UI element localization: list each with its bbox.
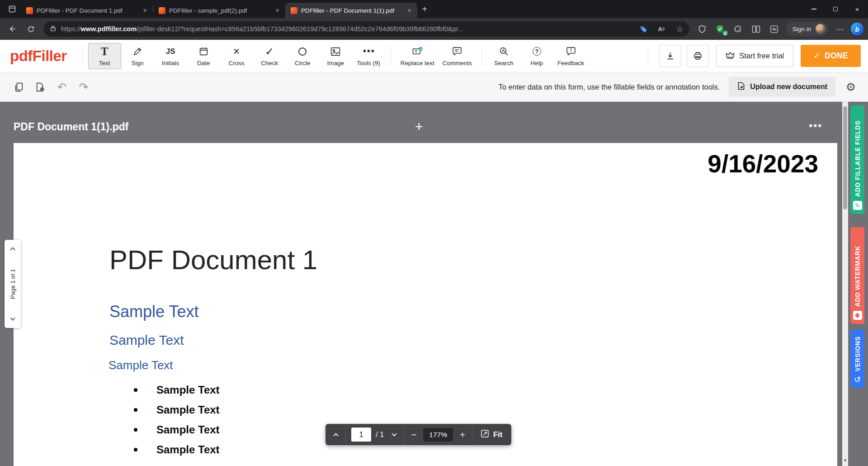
pdf-page[interactable]: 9/16/2023 PDF Document 1 Sample Text Sam… <box>14 143 837 466</box>
watermark-icon <box>853 311 862 320</box>
extensions-puzzle-icon[interactable] <box>730 21 746 37</box>
lock-icon <box>50 25 57 33</box>
avatar <box>815 24 826 34</box>
sign-in-label: Sign in <box>793 26 811 33</box>
read-aloud-icon[interactable]: A <box>655 23 669 35</box>
scrollbar-thumb[interactable] <box>843 106 847 209</box>
check-icon: ✓ <box>265 46 274 57</box>
upload-new-document-button[interactable]: Upload new document <box>729 77 835 97</box>
tool-comments[interactable]: Comments <box>439 43 476 69</box>
tool-text[interactable]: T Text <box>88 43 121 69</box>
pdffiller-favicon <box>291 7 297 14</box>
browser-essentials-icon[interactable] <box>766 21 783 37</box>
upload-label: Upload new document <box>750 83 827 91</box>
document-menu-icon[interactable]: ⋯ <box>808 119 822 133</box>
help-icon: ? <box>533 46 541 57</box>
cross-icon: × <box>233 46 240 57</box>
done-button[interactable]: ✓ DONE <box>801 45 861 67</box>
tool-feedback[interactable]: ! Feedback <box>553 43 588 69</box>
versions-tab[interactable]: VERSIONS ↺ <box>850 330 864 388</box>
shopping-tag-icon[interactable] <box>637 23 651 35</box>
browser-tab-2[interactable]: PDFfiller - sample_pdf(2).pdf × <box>153 3 285 18</box>
tool-label: Help <box>531 60 543 67</box>
page-up-icon[interactable] <box>11 245 14 252</box>
minimize-icon <box>811 9 816 10</box>
page-total: / 1 <box>376 430 384 439</box>
back-icon[interactable] <box>5 21 21 37</box>
add-page-button[interactable]: + <box>415 120 423 133</box>
minimize-button[interactable] <box>803 0 825 18</box>
replace-text-icon <box>412 46 423 57</box>
tool-search[interactable]: A Search <box>487 43 520 69</box>
scroll-down-icon[interactable]: ▾ <box>842 457 848 463</box>
more-tools-icon: ⋯ <box>363 46 375 57</box>
fit-button[interactable]: Fit <box>473 424 509 445</box>
fit-label: Fit <box>493 430 502 439</box>
download-button[interactable] <box>659 45 681 67</box>
undo-icon[interactable]: ↶ <box>52 77 71 96</box>
pager-divider <box>345 424 346 445</box>
address-bar[interactable]: https://www.pdffiller.com/jsfiller-desk1… <box>43 21 689 37</box>
document-actions-bar: ↶ ↷ To enter data on this form, use the … <box>0 72 868 102</box>
tool-label: Feedback <box>557 60 584 67</box>
close-window-button[interactable]: × <box>846 0 868 18</box>
browser-tab-3-active[interactable]: PDFfiller - PDF Document 1(1).pdf × <box>285 3 417 18</box>
tool-replace-text[interactable]: Replace text <box>396 43 439 69</box>
favorites-star-icon[interactable]: ☆ <box>673 23 687 35</box>
refresh-icon[interactable] <box>23 21 39 37</box>
new-tab-button[interactable]: + <box>417 2 432 16</box>
tool-check[interactable]: ✓ Check <box>253 43 286 69</box>
sample-heading-1: Sample Text <box>109 302 198 321</box>
pdffiller-toolbar: pdfFiller T Text Sign JS Initials Date ×… <box>0 40 868 72</box>
document-settings-icon[interactable] <box>31 77 50 96</box>
add-fillable-fields-tab[interactable]: ADD FILLABLE FIELDS ✎ <box>850 105 864 214</box>
zoom-in-icon[interactable]: + <box>454 424 471 445</box>
sign-in-button[interactable]: Sign in <box>786 22 828 36</box>
tool-label: Comments <box>443 60 472 67</box>
prev-page-icon[interactable] <box>327 424 344 445</box>
zoom-out-icon[interactable]: − <box>405 424 422 445</box>
tool-image[interactable]: Image <box>319 43 352 69</box>
tool-label: Text <box>99 60 110 67</box>
tool-circle[interactable]: Circle <box>286 43 319 69</box>
tab-close-icon[interactable]: × <box>141 6 149 15</box>
document-date: 9/16/2023 <box>708 149 818 178</box>
redo-icon[interactable]: ↷ <box>74 77 93 96</box>
print-button[interactable] <box>687 45 709 67</box>
page-number-input[interactable] <box>351 428 371 442</box>
settings-gear-icon[interactable]: ⚙ <box>843 79 859 95</box>
copilot-icon[interactable]: b <box>851 23 863 35</box>
window-controls: × <box>803 0 868 18</box>
adblock-shield-icon[interactable]: 3 <box>712 21 728 37</box>
browser-tab-1[interactable]: PDFfiller - PDF Document 1.pdf × <box>21 3 153 18</box>
done-check-icon: ✓ <box>813 51 820 61</box>
add-watermark-tab[interactable]: ADD WATERMARK <box>850 227 864 324</box>
scrollbar[interactable]: ▾ <box>842 102 848 466</box>
url-protocol: https:// <box>61 25 81 33</box>
tool-cross[interactable]: × Cross <box>220 43 253 69</box>
tool-label: Search <box>494 60 514 67</box>
pdffiller-favicon <box>26 7 33 14</box>
tracking-shield-icon[interactable] <box>694 21 710 37</box>
browser-menu-icon[interactable]: ⋯ <box>832 21 848 37</box>
tool-initials[interactable]: JS Initials <box>154 43 187 69</box>
page-down-icon[interactable] <box>11 315 14 323</box>
bullet-item: Sample Text <box>134 440 220 460</box>
adblock-count-badge: 3 <box>722 30 728 36</box>
svg-text:!: ! <box>570 48 572 53</box>
start-free-trial-button[interactable]: Start free trial <box>716 45 793 67</box>
tab-title: PDFfiller - PDF Document 1.pdf <box>37 7 137 14</box>
tab-close-icon[interactable]: × <box>273 6 282 15</box>
tab-actions-icon[interactable] <box>4 1 21 17</box>
tool-date[interactable]: Date <box>187 43 220 69</box>
maximize-button[interactable] <box>825 0 846 18</box>
copy-pages-icon[interactable] <box>9 77 28 96</box>
tab-close-icon[interactable]: × <box>405 6 414 15</box>
tool-tools-more[interactable]: ⋯ Tools (9) <box>352 43 385 69</box>
pdffiller-logo: pdfFiller <box>10 48 67 65</box>
next-page-icon[interactable] <box>386 424 403 445</box>
tool-help[interactable]: ? Help <box>520 43 553 69</box>
tool-sign[interactable]: Sign <box>121 43 154 69</box>
split-screen-icon[interactable] <box>748 21 764 37</box>
zoom-pager-toolbar: / 1 − 177% + Fit <box>326 424 511 445</box>
